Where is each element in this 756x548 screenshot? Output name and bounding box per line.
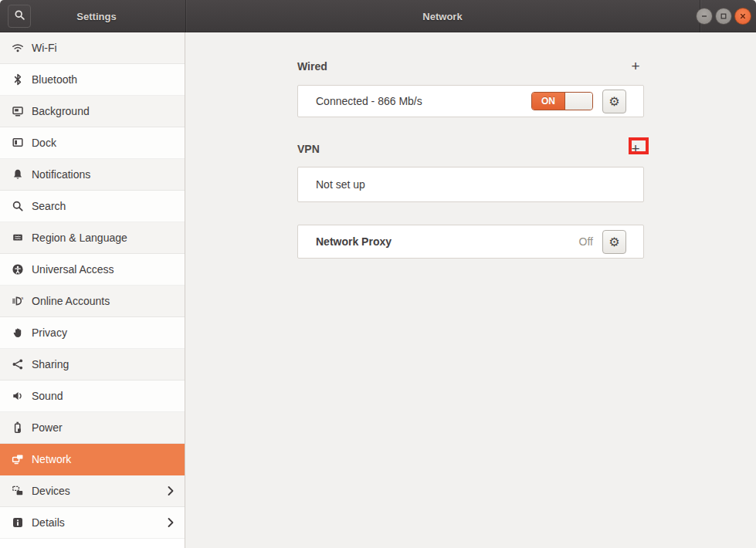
network-proxy-title: Network Proxy — [316, 235, 392, 248]
sidebar-item-region-language[interactable]: Region & Language — [0, 222, 185, 254]
sidebar-item-label: Wi-Fi — [32, 42, 57, 54]
hand-icon — [12, 326, 24, 339]
dock-icon — [12, 137, 24, 149]
share-icon — [12, 358, 24, 370]
sidebar-item-label: Network — [32, 453, 71, 465]
sidebar-item-universal-access[interactable]: Universal Access — [0, 254, 185, 286]
sidebar-item-details[interactable]: Details — [0, 507, 185, 539]
sidebar-item-power[interactable]: Power — [0, 412, 185, 444]
wired-section-title: Wired — [297, 60, 327, 73]
search-icon — [14, 9, 25, 24]
vpn-section-title: VPN — [297, 143, 320, 155]
bell-icon — [12, 168, 24, 181]
sidebar-item-label: Universal Access — [32, 263, 114, 276]
proxy-status-label: Off — [579, 235, 593, 248]
toggle-knob[interactable] — [564, 93, 592, 110]
network-panel: Wired + Connected - 866 Mb/s ON ⚙ VPN + … — [185, 32, 756, 548]
vpn-section-header: VPN + — [297, 141, 644, 157]
wifi-icon — [12, 42, 24, 54]
content-column: Wired + Connected - 866 Mb/s ON ⚙ VPN + … — [297, 59, 644, 259]
sidebar-item-label: Dock — [32, 137, 56, 149]
svg-text:s: s — [22, 296, 24, 300]
sidebar-item-label: Search — [32, 200, 66, 212]
window-controls — [696, 0, 751, 32]
wired-section-header: Wired + — [297, 59, 644, 74]
sidebar-item-network[interactable]: Network — [0, 444, 185, 475]
flag-icon — [12, 232, 24, 244]
wired-toggle[interactable]: ON — [531, 92, 593, 110]
add-vpn-button[interactable]: + — [629, 141, 642, 157]
chevron-right-icon — [167, 485, 175, 496]
sidebar-item-label: Notifications — [32, 168, 90, 181]
gear-icon: ⚙ — [609, 94, 619, 109]
sidebar-item-label: Sound — [32, 390, 63, 402]
sidebar-item-label: Power — [32, 421, 63, 434]
minimize-button[interactable] — [696, 8, 713, 25]
maximize-button[interactable] — [715, 8, 732, 25]
sidebar-item-bluetooth[interactable]: Bluetooth — [0, 64, 185, 96]
sidebar-item-privacy[interactable]: Privacy — [0, 317, 185, 349]
sidebar-item-sharing[interactable]: Sharing — [0, 349, 185, 381]
titlebar: Settings Network — [0, 0, 756, 32]
background-icon — [12, 105, 24, 117]
sidebar-item-wifi[interactable]: Wi-Fi — [0, 32, 185, 64]
wired-settings-button[interactable]: ⚙ — [602, 90, 626, 113]
sidebar-item-label: Background — [32, 105, 90, 117]
network-proxy-row[interactable]: Network Proxy Off ⚙ — [297, 225, 644, 259]
bluetooth-icon — [12, 73, 24, 86]
toggle-on-label: ON — [532, 93, 564, 110]
online-accounts-icon: s — [12, 295, 24, 307]
add-wired-connection-button[interactable]: + — [629, 59, 642, 74]
sidebar-item-label: Sharing — [32, 358, 69, 370]
sidebar-item-label: Devices — [32, 485, 70, 497]
sidebar-item-background[interactable]: Background — [0, 96, 185, 127]
sidebar-item-label: Online Accounts — [32, 295, 110, 307]
sidebar-item-label: Details — [32, 516, 65, 529]
info-icon — [12, 516, 24, 529]
speaker-icon — [12, 390, 24, 402]
sidebar-item-sound[interactable]: Sound — [0, 381, 185, 412]
network-icon — [12, 453, 24, 465]
wired-connection-row[interactable]: Connected - 866 Mb/s ON ⚙ — [297, 85, 644, 117]
gear-icon: ⚙ — [609, 235, 619, 249]
window-title-settings: Settings — [31, 0, 162, 32]
wired-status-label: Connected - 866 Mb/s — [316, 95, 422, 107]
search-icon — [12, 200, 24, 212]
sidebar-item-devices[interactable]: Devices — [0, 475, 185, 507]
sidebar-item-label: Privacy — [32, 326, 67, 339]
battery-icon — [12, 421, 24, 434]
sidebar-item-label: Bluetooth — [32, 73, 77, 86]
sidebar-item-notifications[interactable]: Notifications — [0, 159, 185, 191]
proxy-settings-button[interactable]: ⚙ — [602, 230, 626, 254]
page-title: Network — [185, 0, 700, 32]
titlebar-left: Settings — [0, 0, 185, 32]
sidebar-item-label: Region & Language — [32, 232, 127, 244]
sidebar-item-search[interactable]: Search — [0, 191, 185, 222]
vpn-row[interactable]: Not set up — [297, 167, 644, 202]
accessibility-icon — [12, 263, 24, 276]
close-button[interactable] — [734, 8, 751, 25]
chevron-right-icon — [167, 517, 175, 528]
sidebar-item-online-accounts[interactable]: s Online Accounts — [0, 286, 185, 317]
vpn-status-label: Not set up — [316, 178, 365, 191]
sidebar-item-dock[interactable]: Dock — [0, 127, 185, 159]
devices-icon — [12, 485, 24, 497]
search-button[interactable] — [8, 5, 31, 28]
sidebar: Wi-Fi Bluetooth Background Dock — [0, 32, 185, 548]
